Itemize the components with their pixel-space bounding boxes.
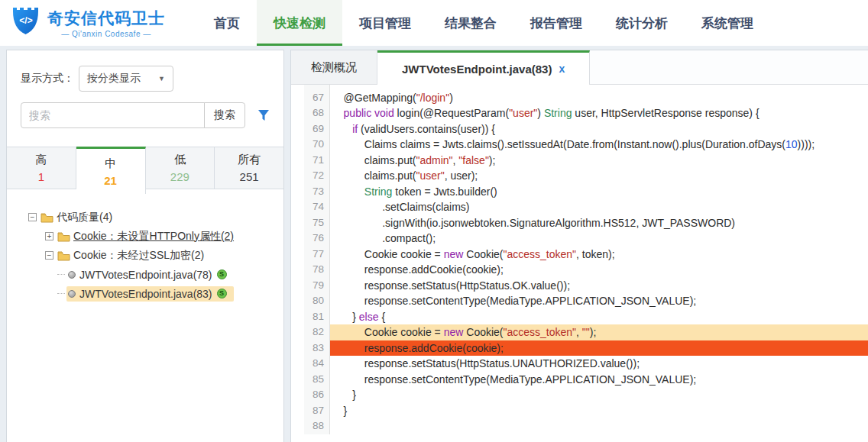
code-lines: 6667 @GetMapping("/login")68 public void… [291, 85, 868, 434]
code-line-74: 74 .setClaims(claims) [291, 199, 868, 215]
severity-tab-count: 251 [240, 170, 259, 183]
nav-item-5[interactable]: 统计分析 [599, 0, 685, 46]
tree-node-4[interactable]: JWTVotesEndpoint.java(83)S [15, 284, 277, 303]
nav-item-2[interactable]: 项目管理 [342, 0, 428, 46]
folder-icon [57, 250, 70, 261]
code-text: Cookie cookie = new Cookie("access_token… [330, 324, 868, 340]
document-tabs: 检测概况 JWTVotesEndpoint.java(83) x [291, 50, 868, 85]
code-text: Claims claims = Jwts.claims().setIssuedA… [330, 137, 868, 153]
severity-tab-1[interactable]: 中21 [76, 147, 146, 194]
severity-tab-count: 1 [38, 170, 44, 183]
code-text: @GetMapping("/login") [330, 90, 868, 106]
code-left-pad [291, 278, 304, 294]
severity-tab-label: 所有 [238, 153, 261, 167]
tab-overview[interactable]: 检测概况 [291, 50, 377, 84]
line-number: 68 [304, 105, 330, 121]
code-text: if (validUsers.contains(user)) { [330, 121, 868, 137]
chevron-down-icon: ▼ [158, 75, 165, 82]
search-input[interactable] [21, 102, 205, 128]
close-tab-icon[interactable]: x [559, 63, 565, 75]
code-left-pad [291, 340, 304, 357]
display-mode-select[interactable]: 按分类显示 ▼ [79, 66, 173, 92]
code-text: response.addCookie(cookie); [330, 262, 868, 278]
code-text: } [330, 387, 868, 403]
code-line-78: 78 response.addCookie(cookie); [291, 262, 868, 278]
nav-item-1[interactable]: 快速检测 [257, 0, 342, 46]
tree-expander-icon[interactable]: − [45, 251, 53, 260]
code-left-pad [291, 356, 304, 372]
code-text: } [330, 403, 868, 419]
tree-connector [57, 274, 65, 275]
line-number: 82 [304, 324, 330, 340]
tree-node-0[interactable]: −代码质量(4) [15, 208, 277, 227]
code-line-75: 75 .signWith(io.jsonwebtoken.SignatureAl… [291, 215, 868, 231]
app-subtitle: — Qi'anxin Codesafe — [61, 30, 151, 38]
severity-tab-2[interactable]: 低229 [146, 147, 215, 189]
results-sidebar: 显示方式： 按分类显示 ▼ 搜索 高1中21低229所有251 −代码质量(4)… [6, 50, 284, 442]
severity-tab-count: 229 [170, 170, 189, 183]
code-line-86: 86 } [291, 387, 868, 403]
line-number: 73 [304, 184, 330, 200]
display-mode-label: 显示方式： [21, 72, 74, 85]
code-line-71: 71 claims.put("admin", "false"); [291, 153, 868, 169]
code-viewer[interactable]: 6667 @GetMapping("/login")68 public void… [291, 85, 868, 442]
line-number: 72 [304, 168, 330, 184]
code-text: } else { [330, 309, 868, 325]
severity-tab-0[interactable]: 高1 [7, 147, 76, 189]
app-header: </> 奇安信代码卫士 — Qi'anxin Codesafe — 首页快速检测… [0, 0, 868, 46]
code-left-pad [291, 403, 304, 419]
line-number: 86 [304, 387, 330, 403]
tree-expander-icon[interactable]: − [28, 213, 37, 221]
code-line-83: 83 response.addCookie(cookie); [291, 340, 868, 357]
code-text: .compact(); [330, 231, 868, 247]
tree-node-3[interactable]: JWTVotesEndpoint.java(78)S [15, 265, 277, 284]
code-left-pad [291, 137, 304, 153]
nav-item-6[interactable]: 系统管理 [685, 0, 770, 46]
code-left-pad [291, 215, 304, 231]
code-line-76: 76 .compact(); [291, 231, 868, 247]
code-text: public void login(@RequestParam("user") … [330, 105, 868, 121]
nav-item-4[interactable]: 报告管理 [513, 0, 599, 46]
line-number: 80 [304, 293, 330, 309]
sidebar-controls: 显示方式： 按分类显示 ▼ 搜索 [7, 50, 283, 128]
tree-expander-icon[interactable]: + [45, 232, 53, 240]
tree-node-2[interactable]: −Cookie：未经过SSL加密(2) [15, 246, 277, 265]
line-number: 71 [304, 153, 330, 169]
code-line-88: 88 [291, 418, 868, 434]
search-button[interactable]: 搜索 [204, 102, 245, 128]
severity-tab-3[interactable]: 所有251 [215, 147, 283, 189]
severity-tabs: 高1中21低229所有251 [7, 147, 283, 194]
line-number: 83 [304, 340, 330, 357]
tree-node-label: 代码质量(4) [57, 211, 112, 224]
tree-node-1[interactable]: +Cookie：未设置HTTPOnly属性(2) [15, 227, 277, 246]
code-line-87: 87 } [291, 403, 868, 419]
code-line-77: 77 Cookie cookie = new Cookie("access_to… [291, 247, 868, 263]
code-line-82: 82 Cookie cookie = new Cookie("access_to… [291, 324, 868, 340]
code-left-pad [291, 262, 304, 278]
filter-funnel-icon[interactable] [257, 109, 270, 121]
code-line-85: 85 response.setContentType(MediaType.APP… [291, 372, 868, 388]
main-nav: 首页快速检测项目管理结果整合报告管理统计分析系统管理 [197, 0, 770, 46]
code-left-pad [291, 90, 304, 106]
severity-tab-label: 中 [105, 156, 116, 171]
code-left-pad [291, 153, 304, 169]
nav-item-3[interactable]: 结果整合 [428, 0, 513, 46]
tree-connector [57, 293, 65, 294]
code-left-pad [291, 309, 304, 325]
folder-icon [57, 231, 70, 242]
tab-source-file[interactable]: JWTVotesEndpoint.java(83) x [377, 50, 590, 85]
bullet-icon [68, 290, 76, 298]
code-line-72: 72 claims.put("user", user); [291, 168, 868, 184]
code-line-68: 68 public void login(@RequestParam("user… [291, 105, 868, 121]
code-text: .signWith(io.jsonwebtoken.SignatureAlgor… [330, 215, 868, 231]
line-number: 75 [304, 215, 330, 231]
line-number: 76 [304, 231, 330, 247]
code-left-pad [291, 324, 304, 340]
app-title: 奇安信代码卫士 [47, 8, 165, 29]
code-text: response.setStatus(HttpStatus.UNAUTHORIZ… [330, 356, 868, 372]
nav-item-0[interactable]: 首页 [197, 0, 257, 46]
code-left-pad [291, 121, 304, 137]
severity-tab-label: 低 [174, 153, 186, 167]
code-text: String token = Jwts.builder() [330, 184, 868, 200]
app-logo: </> 奇安信代码卫士 — Qi'anxin Codesafe — [11, 0, 165, 46]
